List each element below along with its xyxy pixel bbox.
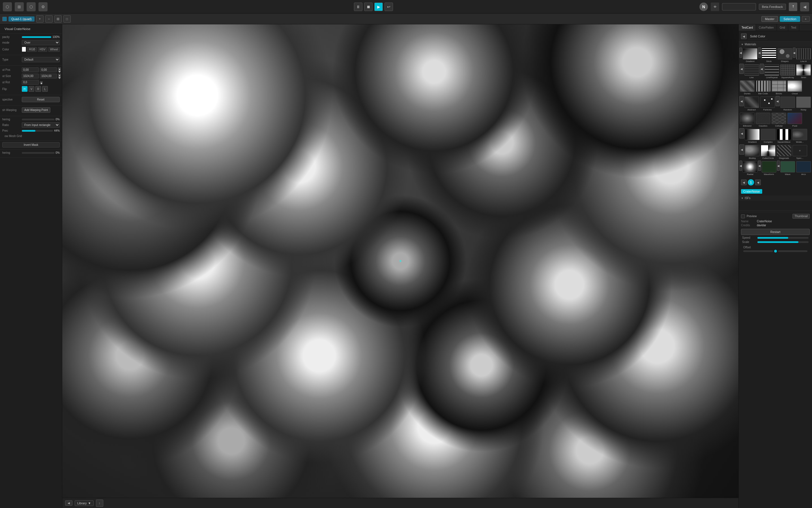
reset-button[interactable]: Reset (22, 97, 60, 102)
mat-back-waveform[interactable]: ◀ (758, 161, 761, 171)
mat-back-random[interactable]: ◀ (775, 96, 780, 106)
preview-checkbox[interactable] (741, 214, 745, 218)
tab-testcard[interactable]: TestCard (739, 24, 756, 31)
mat-back-blobby[interactable]: ◀ (739, 144, 745, 155)
rgb-button[interactable]: RGB (27, 47, 37, 52)
offset-slider-y[interactable] (778, 250, 808, 252)
type-select[interactable]: Default (22, 57, 60, 62)
pos-down-btn[interactable]: ▼ (58, 70, 61, 72)
mat-item-fluid[interactable]: Fluid (787, 112, 803, 128)
library-dropdown[interactable]: Library ▼ (75, 500, 94, 506)
play-button[interactable]: ▶ (374, 3, 383, 11)
active-material-badge[interactable]: CraterNoise (741, 189, 762, 194)
mat-item-line-a[interactable]: Line A (796, 48, 811, 63)
grid-icon[interactable]: ⊞ (15, 2, 24, 11)
out-size-y-input[interactable] (40, 74, 57, 78)
opacity-slider[interactable] (22, 36, 51, 38)
size-down-btn[interactable]: ▼ (58, 76, 61, 78)
wheel-button[interactable]: Wheel (48, 47, 60, 52)
isfs-section-header[interactable]: ▼ ISFs (739, 196, 812, 201)
out-pos-y-input[interactable] (40, 68, 57, 72)
tab-text[interactable]: Text (788, 24, 799, 31)
mat-item-shapes[interactable]: Shapes (777, 48, 793, 63)
pause-button[interactable]: ⏸ (354, 3, 363, 11)
upload-button[interactable]: ↑ (96, 500, 103, 507)
canvas-area[interactable]: + (62, 24, 738, 498)
mat-back-linerepeat[interactable]: ◀ (760, 64, 764, 74)
profile-dropdown[interactable] (722, 3, 756, 10)
mat-back-line-a[interactable]: ◀ (793, 48, 796, 58)
size-up-btn[interactable]: ▲ (58, 74, 61, 76)
mat-item-cellular[interactable]: Cellular (771, 112, 787, 128)
collapse-icon[interactable]: ◀ (800, 2, 809, 11)
mat-item-waveform[interactable]: Waveform (761, 161, 777, 176)
add-warping-point-button[interactable]: Add Warping Point (22, 107, 50, 113)
mat-back-wave[interactable]: ◀ (777, 161, 780, 171)
flip-v-button[interactable]: V (29, 86, 34, 92)
add-button[interactable]: + (36, 15, 44, 23)
mat-item-radial[interactable]: Radial (742, 161, 758, 176)
flip-r-button[interactable]: R (35, 86, 41, 92)
tab-colorpatten[interactable]: ColorPatten (756, 24, 777, 31)
canvas-expand-button[interactable]: ◀ (65, 500, 73, 506)
rot-up-btn[interactable]: ▲ (40, 81, 43, 84)
gear-icon[interactable]: ⚙ (39, 2, 48, 11)
mat-item-blobby[interactable]: Blobby (745, 144, 760, 160)
selection-tab[interactable]: Selection (780, 16, 800, 22)
beta-feedback-button[interactable]: Beta Feedback (759, 4, 786, 10)
mat-back-abstract[interactable]: ◀ (739, 96, 744, 106)
mat-item-squarearray[interactable]: SquareArray (780, 64, 796, 79)
quad-label[interactable]: Quad-1 (quad) (8, 16, 35, 22)
record-button[interactable]: ↩ (384, 3, 393, 11)
mat-item-squarewave[interactable]: SquareWave (776, 128, 792, 144)
speed-slider[interactable] (757, 237, 809, 239)
mat-item-abstract[interactable]: Abstract (744, 96, 760, 112)
logo-icon[interactable]: ⬡ (3, 2, 12, 11)
mat-item-particles[interactable]: Particles (760, 96, 775, 112)
out-size-x-input[interactable] (22, 74, 39, 78)
materials-section-header[interactable]: ▼ Materials (739, 42, 812, 47)
mat-item-cubiccircle[interactable]: CubicCircle (760, 144, 776, 160)
mat-item-bricks[interactable]: Bricks (771, 80, 787, 95)
color-swatch[interactable] (22, 47, 26, 52)
add-tab-button[interactable]: + (802, 16, 810, 22)
mat-item-arcs[interactable]: Arcs (796, 161, 811, 176)
mat-item-gradient[interactable]: Gradient (742, 48, 758, 63)
back-button[interactable]: ◀ (741, 33, 747, 39)
flip-h-button[interactable]: H (22, 86, 28, 92)
mat-item-billowed[interactable]: Billowed (739, 112, 755, 128)
mat-item-noisy[interactable]: Noisy (796, 96, 811, 112)
flip-l-button[interactable]: L (42, 86, 48, 92)
lock-button[interactable]: □ (63, 15, 71, 23)
mat-item-diagonals[interactable]: Diagonals (776, 144, 792, 160)
master-tab[interactable]: Master (761, 16, 778, 22)
mat-item-cloud[interactable]: Cloud (787, 80, 803, 95)
mat-item-dunes[interactable]: Dunes (739, 80, 755, 95)
page-next-button[interactable]: ▶ (755, 179, 761, 185)
feather2-slider[interactable] (22, 152, 55, 154)
mat-back-gradient[interactable]: ◀ (739, 48, 742, 58)
mat-back-gradient2[interactable]: ◀ (739, 128, 745, 138)
thumbnail-button[interactable]: Thumbnail (793, 214, 810, 219)
stack-icon[interactable]: ⬡ (27, 2, 36, 11)
pos-up-btn[interactable]: ▲ (58, 68, 61, 70)
mat-back-strob[interactable]: ◀ (758, 48, 761, 58)
hsv-button[interactable]: HSV (38, 47, 47, 52)
out-pos-x-input[interactable] (22, 68, 39, 72)
mat-item-wobble[interactable]: Wobb... (792, 128, 808, 144)
subtract-button[interactable]: − (45, 15, 53, 23)
mat-item-random[interactable]: Random (780, 96, 796, 112)
mat-item-caustics[interactable]: Caustics (755, 112, 771, 128)
mat-item-strob[interactable]: Strob (761, 48, 777, 63)
upload-icon[interactable]: ⤒ (789, 3, 797, 11)
mat-back-line[interactable]: ◀ (739, 64, 744, 74)
mat-item-siren[interactable]: Siren (796, 64, 811, 79)
stop-button[interactable]: ⏹ (364, 3, 373, 11)
offset-slider-x[interactable] (743, 250, 773, 252)
mat-item-line[interactable]: Line (744, 64, 760, 79)
mat-item-linerepeat[interactable]: LineRepeat (764, 64, 780, 79)
n-badge[interactable]: N (700, 3, 708, 11)
ratio-select[interactable]: From Input rectangle (22, 122, 60, 128)
scale-slider[interactable] (757, 241, 809, 243)
mat-item-wave[interactable]: Wave (780, 161, 796, 176)
